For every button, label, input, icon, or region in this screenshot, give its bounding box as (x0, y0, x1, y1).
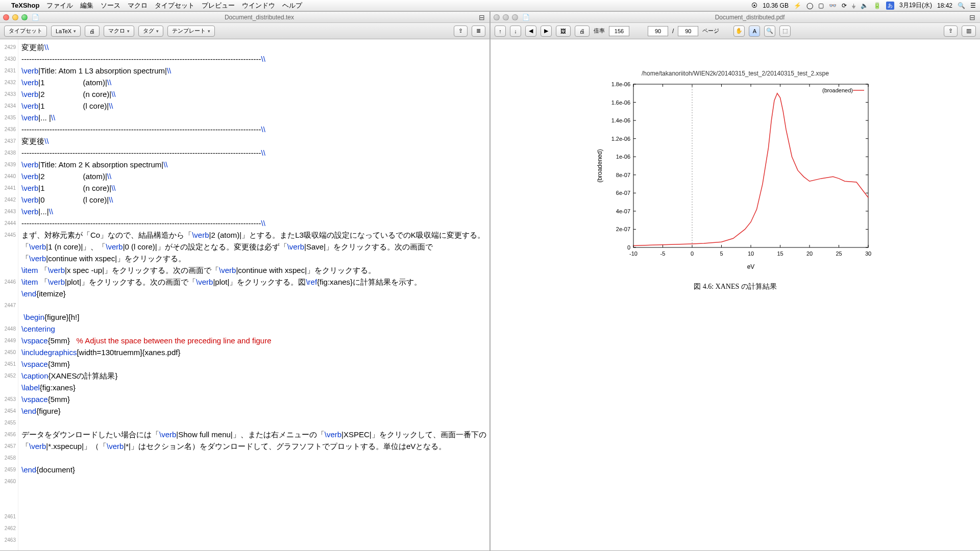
date[interactable]: 3月19日(水) (899, 1, 932, 10)
code-line[interactable]: \vspace{5mm} % Adjust the space between … (21, 335, 486, 346)
pdf-viewport[interactable]: /home/takanoriitoh/WIEN2k/20140315_test_… (491, 39, 980, 550)
code-line[interactable]: \verb|1 (atom)|\\ (21, 77, 486, 88)
engine-select[interactable]: LaTeX (51, 26, 81, 37)
app-name[interactable]: TeXShop (11, 2, 39, 9)
menu-preview[interactable]: プレビュー (202, 1, 235, 10)
code-line[interactable]: \verb|Title: Atom 1 L3 absorption spectr… (21, 65, 486, 77)
code-line[interactable]: \end{document} (21, 464, 486, 475)
back-button[interactable]: ◀ (525, 26, 536, 37)
close-icon[interactable] (3, 14, 9, 20)
sync-icon[interactable]: ⟳ (842, 2, 847, 9)
zoom-tool-button[interactable]: 🔍 (764, 26, 775, 37)
code-line[interactable]: \verb|1 (l core)|\\ (21, 100, 486, 112)
code-line[interactable] (21, 475, 486, 487)
menu-typeset[interactable]: タイプセット (155, 1, 194, 10)
scale-input[interactable] (609, 26, 629, 36)
code-line[interactable]: 変更前\\ (21, 41, 486, 53)
code-line[interactable] (21, 299, 486, 311)
glasses-icon[interactable]: 👓 (829, 2, 837, 9)
code-line[interactable] (21, 452, 486, 464)
total-pages (678, 26, 698, 36)
code-line[interactable]: \begin{figure}[h!] (21, 311, 486, 323)
code-line[interactable]: \caption{XANESの計算結果} (21, 370, 486, 382)
image-tool-button[interactable]: 🖼 (556, 26, 571, 37)
code-line[interactable]: \item 「\verb|x spec -up|」をクリックする。次の画面で「\… (21, 264, 486, 276)
code-content[interactable]: 変更前\\-----------------------------------… (18, 39, 489, 550)
print-button[interactable]: 🖨 (85, 26, 100, 37)
print-button[interactable]: 🖨 (575, 26, 590, 37)
toolbar-toggle-icon[interactable]: ⊟ (968, 13, 977, 22)
code-line[interactable]: \end{figure} (21, 405, 486, 417)
code-line[interactable]: データをダウンロードしたい場合には「\verb|Show full menu|」… (21, 429, 486, 452)
battery-icon[interactable]: 🔋 (873, 2, 881, 9)
page-input[interactable] (648, 26, 668, 36)
recording-icon[interactable]: ⦿ (751, 2, 757, 9)
code-line[interactable]: \end{itemize} (21, 288, 486, 299)
menu-macro[interactable]: マクロ (128, 1, 148, 10)
share-button[interactable]: ⇪ (454, 26, 468, 37)
zoom-icon[interactable] (512, 14, 518, 20)
printer-icon: 🖨 (89, 28, 95, 34)
close-icon[interactable] (494, 14, 500, 20)
code-line[interactable]: \item 「\verb|plot|」をクリックする。次の画面で「\verb|p… (21, 276, 486, 288)
split-button[interactable]: ≣ (472, 26, 485, 37)
code-line[interactable]: \centering (21, 323, 486, 335)
code-line[interactable]: \label{fig:xanes} (21, 382, 486, 393)
toolbar-toggle-icon[interactable]: ⊟ (477, 13, 486, 22)
wifi-icon[interactable]: ⏚ (852, 2, 855, 9)
svg-text:5: 5 (720, 251, 723, 257)
code-line[interactable]: 変更後\\ (21, 135, 486, 147)
code-line[interactable]: ----------------------------------------… (21, 123, 486, 135)
notifications-icon[interactable]: ☰ (970, 2, 976, 9)
hand-tool-button[interactable]: ✋ (733, 26, 745, 37)
menu-window[interactable]: ウインドウ (242, 1, 275, 10)
preview-titlebar[interactable]: 📄 Document_distributed.pdf ⊟ (491, 12, 980, 23)
code-line[interactable]: \verb|2 (n core)|\\ (21, 88, 486, 100)
menu-file[interactable]: ファイル (46, 1, 73, 10)
line-gutter: 2429243024312432243324342435243624372438… (0, 39, 18, 550)
time[interactable]: 18:42 (937, 2, 952, 9)
code-line[interactable]: \verb|...|\\ (21, 206, 486, 217)
code-line[interactable]: \vspace{5mm} (21, 393, 486, 405)
minimize-icon[interactable] (12, 14, 18, 20)
code-line[interactable]: \vspace{3mm} (21, 358, 486, 370)
code-line[interactable]: ----------------------------------------… (21, 53, 486, 65)
volume-icon[interactable]: 🔈 (861, 2, 868, 9)
drawer-button[interactable]: ▥ (962, 26, 976, 37)
code-line[interactable]: \includegraphics[width=130truemm]{xanes.… (21, 346, 486, 358)
code-line[interactable]: \verb|0 (l core)|\\ (21, 194, 486, 206)
minimize-icon[interactable] (503, 14, 509, 20)
page-up-button[interactable]: ↑ (495, 26, 506, 37)
code-line[interactable]: \verb|2 (atom)|\\ (21, 170, 486, 182)
bolt-icon[interactable]: ⚡ (794, 2, 801, 9)
tag-select[interactable]: タグ (138, 26, 163, 37)
page-down-button[interactable]: ↓ (510, 26, 521, 37)
ime-icon[interactable]: あ (886, 2, 894, 10)
spotlight-icon[interactable]: 🔍 (958, 2, 965, 9)
code-line[interactable]: \verb|1 (n core)|\\ (21, 182, 486, 194)
code-line[interactable]: ----------------------------------------… (21, 217, 486, 229)
code-line[interactable]: ----------------------------------------… (21, 147, 486, 159)
text-tool-button[interactable]: A (749, 26, 760, 37)
figure-caption: 図 4.6: XANES の計算結果 (694, 282, 777, 291)
pdf-page: /home/takanoriitoh/WIEN2k/20140315_test_… (557, 70, 914, 291)
editor-titlebar[interactable]: 📄 Document_distributed.tex ⊟ (0, 12, 489, 23)
share-button[interactable]: ⇪ (944, 26, 958, 37)
menu-source[interactable]: ソース (101, 1, 120, 10)
marquee-tool-button[interactable]: ⬚ (779, 26, 791, 37)
code-line[interactable]: まず、対称元素が「Co」なので、結晶構造から「\verb|2 (atom)|」と… (21, 229, 486, 264)
typeset-button[interactable]: タイプセット (4, 26, 47, 37)
zoom-icon[interactable] (21, 14, 28, 20)
template-select[interactable]: テンプレート (167, 26, 215, 37)
box-icon[interactable]: ▢ (818, 2, 824, 9)
svg-text:4e-07: 4e-07 (616, 208, 630, 214)
code-line[interactable] (21, 417, 486, 429)
menu-help[interactable]: ヘルプ (282, 1, 302, 10)
editor-area[interactable]: 2429243024312432243324342435243624372438… (0, 39, 489, 550)
macro-select[interactable]: マクロ (104, 26, 134, 37)
menu-edit[interactable]: 編集 (80, 1, 93, 10)
circle-icon[interactable]: ◯ (806, 2, 813, 9)
forward-button[interactable]: ▶ (541, 26, 552, 37)
code-line[interactable]: \verb|Title: Atom 2 K absorption spectru… (21, 159, 486, 170)
code-line[interactable]: \verb|... |\\ (21, 112, 486, 123)
